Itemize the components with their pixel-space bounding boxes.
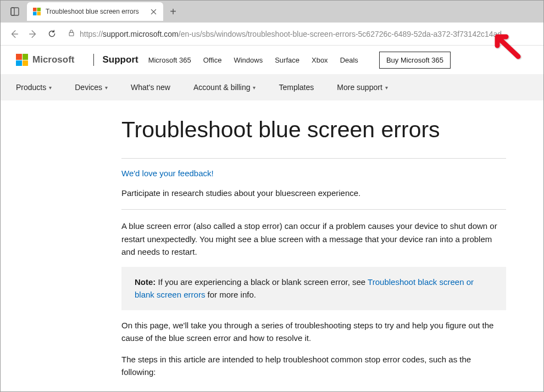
url-text: https://support.microsoft.com/en-us/sbs/… bbox=[80, 30, 502, 38]
nav-surface[interactable]: Surface bbox=[275, 56, 299, 64]
microsoft-logo-icon bbox=[16, 54, 28, 66]
sub-nav: Products▾ Devices▾ What's new Account & … bbox=[1, 74, 543, 100]
chevron-down-icon: ▾ bbox=[253, 85, 256, 91]
header-divider bbox=[93, 54, 94, 66]
page-content: Troubleshoot blue screen errors We'd lov… bbox=[1, 100, 506, 379]
new-tab-button[interactable]: + bbox=[164, 3, 182, 20]
feedback-text: Participate in research studies about yo… bbox=[121, 187, 506, 199]
note-text-before: If you are experiencing a black or blank… bbox=[156, 277, 368, 287]
chevron-down-icon: ▾ bbox=[385, 85, 388, 91]
subnav-whatsnew[interactable]: What's new bbox=[131, 83, 170, 92]
note-label: Note: bbox=[135, 277, 156, 287]
subnav-products[interactable]: Products▾ bbox=[16, 83, 52, 92]
subnav-moresupport[interactable]: More support▾ bbox=[337, 83, 387, 92]
page-title: Troubleshoot blue screen errors bbox=[121, 117, 506, 143]
buy-microsoft365-button[interactable]: Buy Microsoft 365 bbox=[379, 52, 451, 69]
tab-actions-button[interactable] bbox=[5, 2, 25, 21]
intro-paragraph: A blue screen error (also called a stop … bbox=[121, 220, 506, 258]
chevron-down-icon: ▾ bbox=[105, 85, 108, 91]
nav-xbox[interactable]: Xbox bbox=[312, 56, 328, 64]
svg-rect-1 bbox=[11, 8, 14, 15]
browser-nav-bar: https://support.microsoft.com/en-us/sbs/… bbox=[1, 23, 543, 46]
paragraph-3: The steps in this article are intended t… bbox=[121, 353, 506, 379]
svg-rect-5 bbox=[33, 12, 37, 16]
svg-rect-4 bbox=[37, 8, 41, 12]
divider bbox=[121, 209, 506, 210]
svg-rect-6 bbox=[37, 12, 41, 16]
address-bar[interactable]: https://support.microsoft.com/en-us/sbs/… bbox=[63, 26, 539, 42]
svg-rect-3 bbox=[33, 8, 37, 12]
divider bbox=[121, 158, 506, 159]
nav-windows[interactable]: Windows bbox=[234, 56, 263, 64]
note-box: Note: If you are experiencing a black or… bbox=[121, 267, 506, 310]
tab-favicon-icon bbox=[32, 7, 41, 16]
subnav-templates[interactable]: Templates bbox=[279, 83, 314, 92]
note-text-after: for more info. bbox=[205, 290, 256, 299]
feedback-link[interactable]: We'd love your feedback! bbox=[121, 169, 506, 178]
svg-rect-0 bbox=[11, 8, 19, 15]
nav-deals[interactable]: Deals bbox=[340, 56, 358, 64]
subnav-devices[interactable]: Devices▾ bbox=[75, 83, 108, 92]
microsoft-wordmark: Microsoft bbox=[32, 54, 75, 65]
nav-microsoft365[interactable]: Microsoft 365 bbox=[148, 56, 191, 64]
annotation-arrow-icon bbox=[491, 32, 524, 61]
tab-title: Troubleshoot blue screen errors bbox=[46, 8, 145, 15]
site-header: Microsoft Support Microsoft 365 Office W… bbox=[1, 46, 543, 74]
microsoft-logo[interactable]: Microsoft bbox=[16, 54, 75, 66]
browser-tab[interactable]: Troubleshoot blue screen errors bbox=[27, 2, 163, 21]
lock-icon bbox=[68, 29, 75, 38]
back-button[interactable] bbox=[5, 25, 24, 43]
refresh-button[interactable] bbox=[42, 25, 61, 43]
header-nav: Microsoft 365 Office Windows Surface Xbo… bbox=[148, 52, 451, 69]
nav-office[interactable]: Office bbox=[203, 56, 222, 64]
paragraph-2: On this page, we'll take you through a s… bbox=[121, 319, 506, 345]
browser-tab-strip: Troubleshoot blue screen errors + bbox=[1, 1, 543, 23]
subnav-account[interactable]: Account & billing▾ bbox=[193, 83, 256, 92]
tab-close-button[interactable] bbox=[149, 7, 158, 16]
forward-button[interactable] bbox=[24, 25, 42, 43]
svg-rect-7 bbox=[69, 32, 74, 36]
chevron-down-icon: ▾ bbox=[49, 85, 52, 91]
support-label[interactable]: Support bbox=[103, 54, 138, 65]
